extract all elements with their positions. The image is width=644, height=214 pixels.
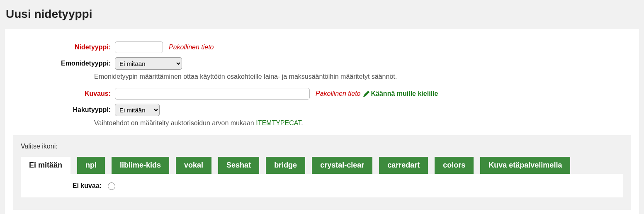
tab-colors[interactable]: colors	[435, 157, 474, 174]
select-searchtype[interactable]: Ei mitään	[115, 104, 160, 116]
tab-remote[interactable]: Kuva etäpalvelimella	[480, 157, 570, 174]
page-title: Uusi nidetyyppi	[0, 0, 644, 25]
radio-no-image[interactable]	[108, 182, 115, 190]
row-searchtype: Hakutyyppi: Ei mitään	[13, 104, 631, 116]
tab-seshat[interactable]: Seshat	[218, 157, 259, 174]
form-card: Nidetyyppi: Pakollinen tieto Emonidetyyp…	[5, 29, 639, 214]
hint-parent: Emonidetyypin määrittäminen ottaa käyttö…	[94, 73, 631, 80]
label-itemtype: Nidetyyppi:	[13, 44, 115, 51]
tab-vokal[interactable]: vokal	[176, 157, 211, 174]
tab-liblime-kids[interactable]: liblime-kids	[112, 157, 169, 174]
tab-npl[interactable]: npl	[77, 157, 105, 174]
required-note-itemtype: Pakollinen tieto	[169, 44, 214, 51]
input-description[interactable]	[115, 88, 310, 100]
row-description: Kuvaus: Pakollinen tieto Käännä muille k…	[13, 88, 631, 100]
icon-section: Valitse ikoni: Ei mitään npl liblime-kid…	[13, 135, 631, 210]
row-itemtype: Nidetyyppi: Pakollinen tieto	[13, 41, 631, 53]
hint-searchtype: Vaihtoehdot on määritelty auktorisoidun …	[94, 119, 631, 127]
input-itemtype[interactable]	[115, 41, 163, 53]
tab-content: Ei kuvaa:	[21, 174, 623, 197]
tab-bridge[interactable]: bridge	[266, 157, 305, 174]
select-parent[interactable]: Ei mitään	[115, 57, 182, 70]
label-no-image: Ei kuvaa:	[29, 182, 106, 190]
label-description: Kuvaus:	[13, 90, 115, 97]
tab-carredart[interactable]: carredart	[379, 157, 428, 174]
icon-tabs: Ei mitään npl liblime-kids vokal Seshat …	[21, 157, 623, 174]
label-parent: Emonidetyyppi:	[13, 60, 115, 67]
row-parent: Emonidetyyppi: Ei mitään	[13, 57, 631, 70]
icon-section-title: Valitse ikoni:	[21, 143, 623, 150]
translate-link[interactable]: Käännä muille kielille	[363, 90, 438, 97]
tab-none[interactable]: Ei mitään	[21, 157, 70, 174]
row-no-image: Ei kuvaa:	[29, 181, 615, 190]
itemtypecat-link[interactable]: ITEMTYPECAT	[256, 119, 301, 126]
required-note-description: Pakollinen tieto	[316, 90, 361, 97]
tab-crystal-clear[interactable]: crystal-clear	[312, 157, 372, 174]
label-searchtype: Hakutyyppi:	[13, 106, 115, 114]
translate-link-label: Käännä muille kielille	[371, 90, 438, 97]
pencil-icon	[363, 91, 369, 97]
